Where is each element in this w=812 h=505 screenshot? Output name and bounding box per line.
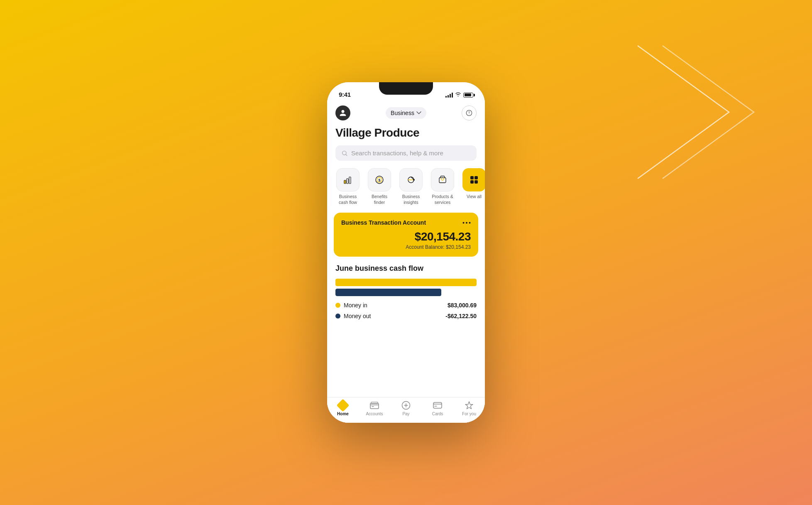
status-icons xyxy=(445,92,473,98)
products-icon-box xyxy=(431,168,454,191)
wifi-icon xyxy=(455,92,461,98)
search-bar[interactable]: Search transactions, help & more xyxy=(335,145,477,161)
accounts-icon xyxy=(369,401,380,410)
money-out-bar-track xyxy=(335,289,477,296)
bottom-nav: Home Accounts xyxy=(327,397,485,423)
money-in-bar-fill xyxy=(335,279,477,286)
account-name: Business Transaction Account xyxy=(341,219,426,226)
account-menu-button[interactable] xyxy=(462,222,471,224)
cashflow-icon-box xyxy=(336,168,360,191)
business-selector-label: Business xyxy=(391,110,414,116)
cashflow-label: Business cash flow xyxy=(335,194,361,205)
svg-point-1 xyxy=(469,114,469,114)
svg-rect-14 xyxy=(470,176,474,179)
nav-accounts-label: Accounts xyxy=(366,412,383,416)
money-in-value: $83,000.69 xyxy=(448,302,477,309)
signal-icon xyxy=(445,93,453,98)
money-out-dot xyxy=(335,314,340,319)
nav-accounts[interactable]: Accounts xyxy=(363,401,386,416)
quick-actions: Business cash flow $ Benefits finder xyxy=(327,168,485,205)
home-icon xyxy=(338,401,348,410)
avatar-button[interactable] xyxy=(335,105,350,120)
svg-rect-21 xyxy=(370,403,379,409)
money-in-legend: Money in $83,000.69 xyxy=(335,302,477,309)
business-name: Village Produce xyxy=(327,125,485,145)
money-out-label: Money out xyxy=(344,313,371,319)
svg-point-12 xyxy=(413,179,415,181)
cashflow-section: June business cash flow xyxy=(327,264,485,328)
money-in-legend-left: Money in xyxy=(335,302,367,309)
account-card[interactable]: Business Transaction Account $20,154.23 … xyxy=(334,213,478,257)
svg-point-19 xyxy=(466,222,467,223)
account-sub-label: Account Balance: $20,154.23 xyxy=(341,244,471,250)
svg-rect-22 xyxy=(371,402,378,404)
nav-pay[interactable]: Pay xyxy=(394,401,418,416)
nav-pay-label: Pay xyxy=(402,412,409,416)
viewall-icon xyxy=(469,174,479,185)
business-selector[interactable]: Business xyxy=(386,107,426,119)
nav-home[interactable]: Home xyxy=(331,401,355,416)
search-placeholder: Search transactions, help & more xyxy=(351,150,443,157)
money-out-legend: Money out -$62,122.50 xyxy=(335,313,477,319)
svg-rect-24 xyxy=(433,402,442,408)
svg-point-18 xyxy=(463,222,465,223)
svg-rect-16 xyxy=(470,180,474,184)
quick-action-cashflow[interactable]: Business cash flow xyxy=(334,168,362,205)
benefits-icon-box: $ xyxy=(368,168,391,191)
products-label: Products & services xyxy=(429,194,456,205)
quick-action-viewall[interactable]: View all xyxy=(460,168,485,205)
cashflow-bars xyxy=(335,279,477,296)
money-out-legend-left: Money out xyxy=(335,313,371,319)
cashflow-legend: Money in $83,000.69 Money out -$62,122.5… xyxy=(335,302,477,319)
quick-action-products[interactable]: Products & services xyxy=(428,168,457,205)
ellipsis-icon xyxy=(462,222,471,224)
nav-cards[interactable]: Cards xyxy=(426,401,449,416)
scroll-content[interactable]: Village Produce Search transactions, hel… xyxy=(327,125,485,397)
svg-rect-17 xyxy=(474,180,478,184)
help-icon xyxy=(466,110,472,116)
benefits-label: Benefits finder xyxy=(366,194,393,205)
svg-point-20 xyxy=(469,222,471,223)
search-icon xyxy=(341,150,348,157)
nav-cards-label: Cards xyxy=(432,412,443,416)
money-out-value: -$62,122.50 xyxy=(445,313,477,319)
money-in-bar-track xyxy=(335,279,477,286)
cashflow-title: June business cash flow xyxy=(335,264,477,273)
svg-rect-4 xyxy=(347,179,348,184)
cashflow-icon xyxy=(342,174,353,185)
quick-action-insights[interactable]: Business insights xyxy=(397,168,425,205)
quick-action-benefits[interactable]: $ Benefits finder xyxy=(365,168,394,205)
money-in-label: Money in xyxy=(344,302,367,309)
money-in-bar-row xyxy=(335,279,477,286)
svg-rect-15 xyxy=(474,176,478,179)
insights-icon xyxy=(406,174,416,185)
nav-home-label: Home xyxy=(337,412,349,416)
battery-icon xyxy=(463,93,473,98)
money-out-bar-row xyxy=(335,289,477,296)
status-time: 9:41 xyxy=(339,91,351,98)
products-icon xyxy=(437,174,448,185)
app-header: Business xyxy=(327,101,485,125)
insights-label: Business insights xyxy=(398,194,424,205)
svg-text:$: $ xyxy=(378,178,380,182)
account-card-header: Business Transaction Account xyxy=(341,219,471,226)
money-out-bar-fill xyxy=(335,289,441,296)
chevron-down-icon xyxy=(416,111,421,115)
phone-frame: 9:41 xyxy=(327,82,485,423)
account-balance: $20,154.23 xyxy=(341,230,471,243)
notch xyxy=(379,82,433,95)
insights-icon-box xyxy=(399,168,423,191)
help-button[interactable] xyxy=(462,105,477,120)
nav-foryou-label: For you xyxy=(462,412,476,416)
svg-rect-5 xyxy=(349,177,351,184)
svg-rect-3 xyxy=(344,180,346,184)
viewall-icon-box xyxy=(462,168,485,191)
cards-icon xyxy=(432,401,443,410)
money-in-dot xyxy=(335,303,340,308)
viewall-label: View all xyxy=(467,194,482,200)
foryou-icon xyxy=(464,401,474,410)
benefits-icon: $ xyxy=(374,174,385,185)
pay-icon xyxy=(401,401,411,410)
app-screen: Business Village Produce xyxy=(327,101,485,423)
nav-foryou[interactable]: For you xyxy=(457,401,481,416)
